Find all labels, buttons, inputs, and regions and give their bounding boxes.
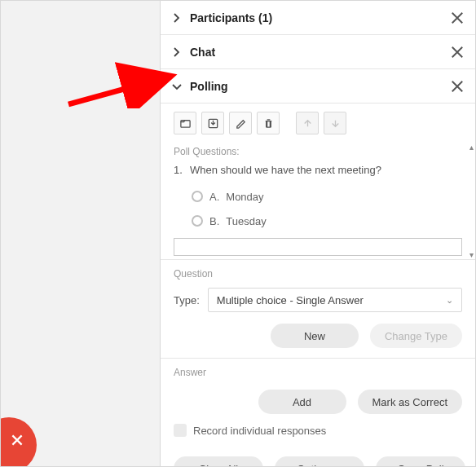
radio-icon[interactable]: [192, 191, 203, 202]
chevron-down-icon: ⌄: [446, 295, 453, 306]
participants-close-icon[interactable]: [449, 10, 465, 26]
delete-icon[interactable]: [257, 112, 280, 134]
checkbox-icon[interactable]: [174, 424, 187, 437]
change-type-button: Change Type: [370, 324, 462, 348]
answer-group: Answer Add Mark as Correct Record indivi…: [161, 359, 475, 447]
polling-header[interactable]: Polling: [161, 69, 475, 104]
scrollbar[interactable]: ▴ ▾: [465, 143, 475, 259]
record-responses-label: Record individual responses: [193, 425, 326, 437]
record-responses-row[interactable]: Record individual responses: [174, 424, 462, 437]
participants-header[interactable]: Participants (1): [161, 1, 475, 35]
mark-correct-button[interactable]: Mark as Correct: [358, 390, 462, 414]
footer-buttons: Clear All Options... Open Poll: [161, 447, 475, 466]
option-letter: A.: [209, 191, 219, 203]
scroll-up-icon[interactable]: ▴: [469, 143, 474, 152]
chat-title: Chat: [190, 46, 215, 59]
open-file-icon[interactable]: [174, 112, 196, 134]
move-up-icon: [296, 112, 319, 134]
question-group: Question Type: Multiple choice - Single …: [161, 260, 475, 359]
type-label: Type:: [174, 294, 200, 306]
radio-icon[interactable]: [192, 215, 203, 227]
move-down-icon: [324, 112, 346, 134]
type-value: Multiple choice - Single Answer: [217, 294, 364, 306]
scroll-down-icon[interactable]: ▾: [469, 250, 474, 259]
chevron-right-icon: [170, 46, 183, 59]
chevron-right-icon: [170, 11, 183, 24]
toolbar-spacer: [284, 112, 291, 134]
polling-close-icon[interactable]: [449, 78, 465, 95]
save-icon[interactable]: [201, 112, 224, 134]
poll-question[interactable]: 1. When should we have the next meeting?: [174, 164, 462, 176]
question-buttons: New Change Type: [174, 324, 462, 348]
poll-option[interactable]: B. Tuesday: [192, 209, 462, 233]
close-icon: [10, 433, 24, 447]
answer-buttons: Add Mark as Correct: [174, 390, 462, 414]
polling-body: Poll Questions: 1. When should we have t…: [161, 104, 475, 466]
polling-title: Polling: [190, 80, 228, 93]
poll-questions-area: Poll Questions: 1. When should we have t…: [161, 143, 475, 260]
left-empty-pane: [1, 1, 161, 466]
type-row: Type: Multiple choice - Single Answer ⌄: [174, 288, 462, 312]
chat-header[interactable]: Chat: [161, 35, 475, 69]
participants-title: Participants (1): [190, 11, 272, 24]
new-button[interactable]: New: [271, 324, 359, 348]
answer-group-label: Answer: [174, 367, 462, 378]
option-text: Tuesday: [226, 215, 266, 227]
clear-all-button[interactable]: Clear All: [174, 456, 263, 466]
polling-toolbar: [161, 104, 475, 143]
chevron-down-icon: [170, 80, 183, 93]
poll-options: A. Monday B. Tuesday: [174, 176, 462, 233]
question-group-label: Question: [174, 268, 462, 280]
type-select[interactable]: Multiple choice - Single Answer ⌄: [208, 288, 462, 312]
option-letter: B.: [209, 215, 219, 227]
chat-close-icon[interactable]: [449, 44, 465, 60]
poll-option[interactable]: A. Monday: [192, 184, 462, 209]
open-poll-button[interactable]: Open Poll: [376, 456, 465, 466]
poll-questions-label: Poll Questions:: [174, 146, 462, 157]
poll-entry-input[interactable]: [174, 238, 462, 256]
question-number: 1.: [174, 164, 190, 176]
option-text: Monday: [226, 191, 263, 203]
question-text: When should we have the next meeting?: [190, 164, 381, 176]
add-button[interactable]: Add: [258, 390, 346, 414]
right-panel: Participants (1) Chat Polling: [161, 1, 475, 466]
edit-icon[interactable]: [229, 112, 252, 134]
options-button[interactable]: Options...: [275, 456, 364, 466]
